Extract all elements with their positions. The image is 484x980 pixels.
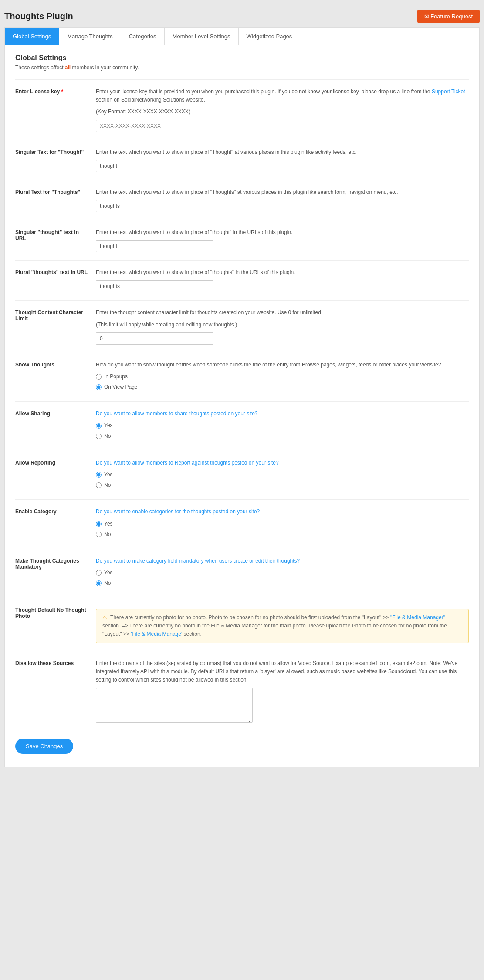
plural-url-input[interactable]: [96, 280, 213, 292]
file-media-manager-link1[interactable]: "File & Media Manager": [390, 614, 445, 621]
content-area: Global Settings These settings affect al…: [4, 45, 480, 767]
allow-reporting-option-yes[interactable]: Yes: [96, 471, 469, 479]
plural-url-row: Plural "thoughts" text in URL Enter the …: [15, 260, 469, 300]
allow-sharing-radio-yes[interactable]: [96, 423, 102, 429]
disallow-sources-label: Disallow these Sources: [15, 659, 96, 723]
default-photo-field: ⚠ There are currently no photo for no ph…: [96, 606, 469, 644]
allow-reporting-radio-no[interactable]: [96, 482, 102, 488]
disallow-sources-row: Disallow these Sources Enter the domains…: [15, 651, 469, 731]
show-thoughts-label: Show Thoughts: [15, 361, 96, 394]
singular-url-label: Singular "thought" text in URL: [15, 228, 96, 252]
allow-sharing-radio-no[interactable]: [96, 434, 102, 439]
category-mandatory-radio-yes[interactable]: [96, 570, 102, 576]
tab-widgetized-pages[interactable]: Widgetized Pages: [239, 28, 301, 45]
allow-sharing-field: Do you want to allow members to share th…: [96, 410, 469, 443]
allow-sharing-label: Allow Sharing: [15, 410, 96, 443]
enable-category-field: Do you want to enable categories for the…: [96, 508, 469, 541]
singular-thought-input[interactable]: [96, 160, 213, 172]
category-mandatory-option-no[interactable]: No: [96, 579, 469, 587]
category-mandatory-radio-group: Yes No: [96, 569, 469, 587]
allow-reporting-option-no[interactable]: No: [96, 481, 469, 489]
enable-category-radio-group: Yes No: [96, 520, 469, 539]
tab-member-level-settings[interactable]: Member Level Settings: [165, 28, 239, 45]
plural-thoughts-field: Enter the text which you want to show in…: [96, 188, 469, 212]
show-thoughts-option-viewpage[interactable]: On View Page: [96, 383, 469, 391]
save-changes-button[interactable]: Save Changes: [15, 739, 73, 754]
tab-global-settings[interactable]: Global Settings: [5, 28, 59, 45]
support-ticket-link[interactable]: Support Ticket: [432, 88, 465, 95]
license-key-field: Enter your license key that is provided …: [96, 88, 469, 132]
enable-category-option-yes[interactable]: Yes: [96, 520, 469, 528]
category-mandatory-row: Make Thought Categories Mandatory Do you…: [15, 549, 469, 598]
singular-url-field: Enter the text which you want to show in…: [96, 228, 469, 252]
enable-category-label: Enable Category: [15, 508, 96, 541]
char-limit-field: Enter the thought content character limi…: [96, 309, 469, 344]
category-mandatory-field: Do you want to make category field manda…: [96, 557, 469, 590]
allow-sharing-option-no[interactable]: No: [96, 432, 469, 441]
tabs-bar: Global Settings Manage Thoughts Categori…: [4, 27, 480, 45]
singular-thought-field: Enter the text which you want to show in…: [96, 148, 469, 172]
show-thoughts-field: How do you want to show thought entries …: [96, 361, 469, 394]
plural-url-field: Enter the text which you want to show in…: [96, 268, 469, 292]
singular-thought-label: Singular Text for "Thought": [15, 148, 96, 172]
char-limit-row: Thought Content Character Limit Enter th…: [15, 300, 469, 352]
default-photo-row: Thought Default No Thought Photo ⚠ There…: [15, 598, 469, 651]
category-mandatory-label: Make Thought Categories Mandatory: [15, 557, 96, 590]
category-mandatory-option-yes[interactable]: Yes: [96, 569, 469, 577]
plural-thoughts-row: Plural Text for "Thoughts" Enter the tex…: [15, 180, 469, 220]
default-photo-warning: ⚠ There are currently no photo for no ph…: [96, 609, 469, 644]
allow-reporting-radio-yes[interactable]: [96, 472, 102, 478]
warning-icon: ⚠: [102, 614, 107, 621]
show-thoughts-radio-viewpage[interactable]: [96, 384, 102, 390]
char-limit-label: Thought Content Character Limit: [15, 309, 96, 344]
allow-reporting-field: Do you want to allow members to Report a…: [96, 459, 469, 492]
license-key-row: Enter License key * Enter your license k…: [15, 79, 469, 140]
show-thoughts-radio-popups[interactable]: [96, 374, 102, 380]
allow-sharing-radio-group: Yes No: [96, 421, 469, 440]
feature-request-button[interactable]: ✉ Feature Request: [417, 10, 480, 23]
plural-thoughts-input[interactable]: [96, 200, 213, 212]
tab-categories[interactable]: Categories: [121, 28, 165, 45]
enable-category-option-no[interactable]: No: [96, 530, 469, 539]
singular-url-input[interactable]: [96, 240, 213, 252]
tab-manage-thoughts[interactable]: Manage Thoughts: [59, 28, 121, 45]
show-thoughts-row: Show Thoughts How do you want to show th…: [15, 353, 469, 402]
page-title: Thoughts Plugin: [4, 11, 73, 21]
default-photo-label: Thought Default No Thought Photo: [15, 606, 96, 644]
section-title: Global Settings: [15, 54, 469, 62]
enable-category-row: Enable Category Do you want to enable ca…: [15, 499, 469, 549]
show-thoughts-radio-group: In Popups On View Page: [96, 373, 469, 391]
enable-category-radio-yes[interactable]: [96, 521, 102, 527]
disallow-sources-field: Enter the domains of the sites (separate…: [96, 659, 469, 723]
plural-url-label: Plural "thoughts" text in URL: [15, 268, 96, 292]
allow-sharing-option-yes[interactable]: Yes: [96, 421, 469, 430]
allow-reporting-radio-group: Yes No: [96, 471, 469, 489]
license-key-input[interactable]: [96, 120, 213, 132]
plural-thoughts-label: Plural Text for "Thoughts": [15, 188, 96, 212]
category-mandatory-radio-no[interactable]: [96, 580, 102, 586]
singular-url-row: Singular "thought" text in URL Enter the…: [15, 220, 469, 260]
show-thoughts-option-popups[interactable]: In Popups: [96, 373, 469, 381]
file-media-manager-link2[interactable]: 'File & Media Manage': [131, 631, 182, 637]
singular-thought-row: Singular Text for "Thought" Enter the te…: [15, 140, 469, 180]
page-header: Thoughts Plugin ✉ Feature Request: [4, 4, 480, 27]
allow-reporting-row: Allow Reporting Do you want to allow mem…: [15, 451, 469, 500]
allow-sharing-row: Allow Sharing Do you want to allow membe…: [15, 401, 469, 451]
allow-reporting-label: Allow Reporting: [15, 459, 96, 492]
char-limit-input[interactable]: [96, 332, 213, 345]
license-key-label: Enter License key *: [15, 88, 96, 132]
section-subtitle: These settings affect all members in you…: [15, 64, 469, 71]
disallow-sources-textarea[interactable]: [96, 688, 253, 723]
enable-category-radio-no[interactable]: [96, 532, 102, 537]
